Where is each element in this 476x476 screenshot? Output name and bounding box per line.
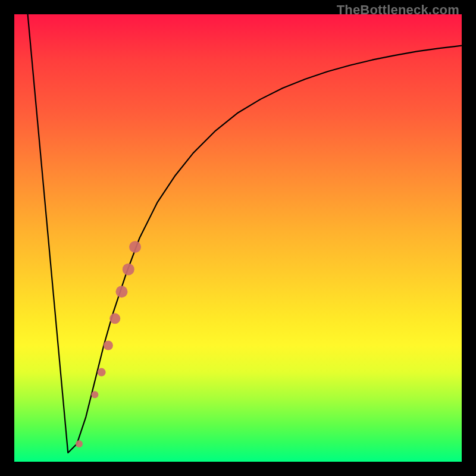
scatter-point [104,340,113,350]
scatter-point [123,264,134,275]
chart-svg [14,14,462,462]
scatter-point [109,313,120,324]
chart-frame: TheBottleneck.com [0,0,476,476]
scatter-point [115,286,127,298]
scatter-point [91,391,98,398]
curve-path [28,14,462,453]
scatter-point [76,440,83,447]
scatter-point [98,368,106,377]
plot-area [14,14,462,462]
watermark-text: TheBottleneck.com [337,2,459,18]
series-lines [28,14,462,453]
scatter-point [129,241,141,253]
